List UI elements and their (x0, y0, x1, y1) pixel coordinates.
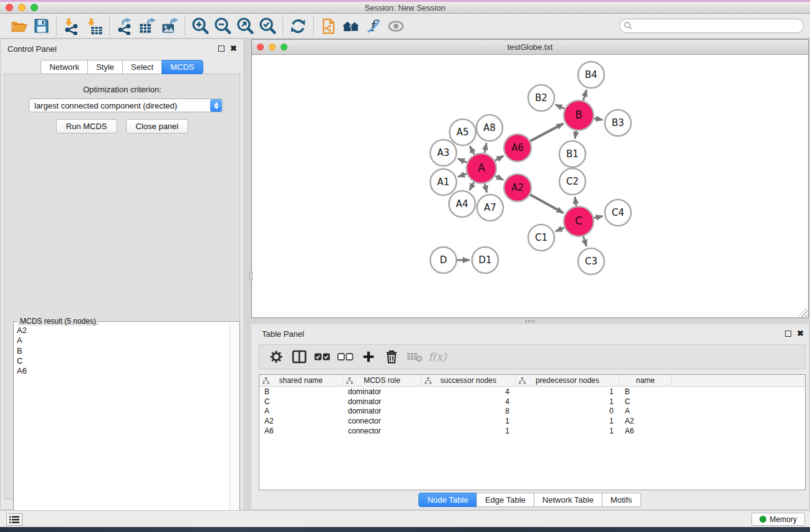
edge-A-A8[interactable] (485, 143, 486, 153)
cell-mcds-role[interactable]: connector (343, 417, 422, 425)
node-table[interactable]: shared nameMCDS rolesuccessor nodesprede… (259, 374, 806, 490)
edge-A-A1[interactable] (458, 173, 467, 177)
edge-A-A2[interactable] (495, 176, 503, 180)
deselect-all-button[interactable] (334, 346, 357, 367)
show-annotations-button[interactable] (385, 16, 407, 37)
result-scrollbar[interactable] (229, 322, 239, 532)
column-header-mcds-role[interactable]: MCDS role (343, 375, 422, 386)
export-network-button[interactable] (113, 16, 136, 37)
memory-button[interactable]: Memory (751, 513, 805, 526)
cell-shared-name[interactable]: C (259, 397, 343, 406)
edge-C-C3[interactable] (583, 236, 586, 246)
column-header-successor-nodes[interactable]: successor nodes (422, 375, 516, 386)
window-resize-grip[interactable] (799, 308, 808, 317)
export-image-button[interactable] (158, 16, 181, 37)
panel-divider-grip[interactable] (249, 272, 253, 280)
cell-mcds-role[interactable]: dominator (343, 407, 422, 415)
edge-A-A6[interactable] (495, 156, 504, 161)
edge-A-A3[interactable] (458, 158, 467, 162)
edge-A-A4[interactable] (470, 182, 474, 190)
cell-successor-nodes[interactable]: 8 (422, 407, 516, 415)
zoom-selected-button[interactable] (256, 16, 279, 37)
delete-row-button[interactable] (380, 346, 403, 367)
cell-shared-name[interactable]: A2 (259, 417, 343, 425)
zoom-out-button[interactable] (211, 16, 234, 37)
table-row[interactable]: Adominator80A (259, 407, 805, 417)
tab-network-table[interactable]: Network Table (534, 493, 602, 507)
edge-B-B2[interactable] (556, 105, 565, 109)
edge-A6-B[interactable] (530, 123, 563, 141)
edge-A-A7[interactable] (485, 183, 486, 192)
tab-motifs[interactable]: Motifs (602, 493, 641, 507)
save-session-button[interactable] (30, 16, 52, 37)
tab-select[interactable]: Select (122, 60, 162, 74)
cell-predecessor-nodes[interactable]: 1 (516, 397, 620, 406)
network-from-selection-button[interactable] (317, 16, 340, 37)
mcds-result-item[interactable]: A2 (15, 326, 229, 336)
cell-shared-name[interactable]: A (259, 407, 343, 415)
network-canvas[interactable]: B4B2BB3A5A8A6A3B1AA1C2A2A4A7C4CC1C3DD1 (252, 55, 808, 317)
cell-mcds-role[interactable]: dominator (343, 387, 422, 396)
edge-B-B3[interactable] (594, 118, 603, 120)
float-table-panel-icon[interactable] (785, 331, 791, 337)
edge-A-A5[interactable] (470, 146, 474, 155)
zoom-fit-button[interactable] (234, 16, 256, 37)
tab-style[interactable]: Style (87, 60, 123, 74)
cell-predecessor-nodes[interactable]: 1 (516, 387, 620, 396)
zoom-in-button[interactable] (189, 16, 211, 37)
table-row[interactable]: A2connector11A2 (259, 416, 805, 426)
close-panel-button[interactable]: Close panel (126, 119, 189, 133)
cell-predecessor-nodes[interactable]: 0 (516, 407, 620, 415)
cell-successor-nodes[interactable]: 4 (422, 387, 516, 396)
column-header-name[interactable]: name (620, 375, 672, 386)
horizontal-divider-grip[interactable] (526, 320, 534, 322)
import-table-button[interactable] (83, 16, 105, 37)
cell-name[interactable]: C (620, 397, 672, 406)
cell-name[interactable]: A2 (620, 417, 672, 425)
mcds-result-item[interactable]: A6 (15, 366, 229, 376)
run-mcds-button[interactable]: Run MCDS (56, 119, 117, 133)
cell-predecessor-nodes[interactable]: 1 (516, 417, 620, 425)
cell-successor-nodes[interactable]: 1 (422, 427, 516, 435)
mcds-result-item[interactable]: A (15, 336, 229, 346)
column-header-predecessor-nodes[interactable]: predecessor nodes (516, 375, 620, 386)
mcds-result-list[interactable]: A2ABCA6 (15, 326, 229, 531)
edge-C-C4[interactable] (594, 216, 602, 218)
export-table-button[interactable] (136, 16, 158, 37)
destroy-table-button[interactable] (403, 346, 426, 367)
cell-name[interactable]: A (620, 407, 672, 415)
refresh-button[interactable] (287, 16, 309, 37)
select-all-button[interactable] (311, 346, 334, 367)
network-window-titlebar[interactable]: testGlobe.txt (252, 40, 808, 55)
float-panel-icon[interactable] (218, 46, 224, 52)
search-input[interactable] (633, 21, 803, 32)
mcds-result-item[interactable]: B (15, 346, 229, 356)
edge-B-B4[interactable] (583, 90, 586, 100)
open-file-button[interactable] (7, 16, 30, 37)
tab-network[interactable]: Network (41, 60, 88, 74)
cell-mcds-role[interactable]: connector (343, 427, 422, 435)
edge-C-C1[interactable] (556, 228, 564, 231)
edge-C-C2[interactable] (575, 197, 576, 206)
task-history-button[interactable] (6, 513, 22, 526)
add-row-button[interactable] (357, 346, 380, 367)
criterion-dropdown[interactable]: largest connected component (directed) (29, 99, 223, 112)
close-panel-icon[interactable]: ✖ (230, 46, 237, 52)
cell-successor-nodes[interactable]: 1 (422, 417, 516, 425)
cell-shared-name[interactable]: B (259, 387, 343, 396)
tab-edge-table[interactable]: Edge Table (476, 493, 534, 507)
cell-predecessor-nodes[interactable]: 1 (516, 427, 620, 435)
search-field[interactable] (619, 19, 804, 33)
close-table-panel-icon[interactable]: ✖ (797, 331, 804, 337)
mcds-result-item[interactable]: C (15, 356, 229, 366)
table-row[interactable]: Bdominator41B (259, 387, 805, 397)
hide-graphics-details-button[interactable]: f (362, 16, 385, 37)
tab-mcds[interactable]: MCDS (162, 60, 203, 74)
import-network-button[interactable] (60, 16, 83, 37)
cell-name[interactable]: A6 (620, 427, 672, 435)
edge-A2-C[interactable] (530, 195, 563, 213)
cell-mcds-role[interactable]: dominator (343, 397, 422, 406)
show-column-panel-button[interactable] (287, 346, 311, 367)
table-settings-button[interactable] (264, 346, 287, 367)
table-row[interactable]: A6connector11A6 (259, 426, 805, 436)
